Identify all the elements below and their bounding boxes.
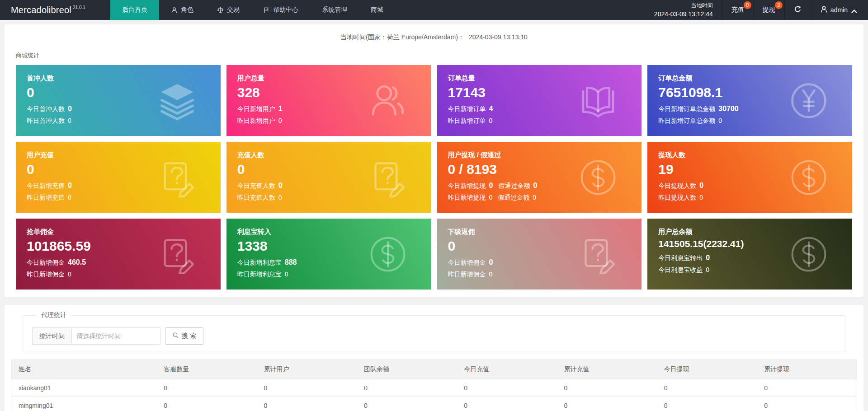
user-menu[interactable]: admin	[811, 0, 868, 20]
stat-card-total-order-amount: 订单总金额 7651098.1 今日新增订单总金额30700昨日新增订单总金额0	[647, 65, 852, 136]
table-row: xiaokang010000000	[11, 379, 857, 397]
brand-logo[interactable]: Mercadolibreol 21.0.1	[0, 0, 110, 20]
stat-card-total-users: 用户总量 328 今日新增用户1昨日新增用户0	[226, 65, 431, 136]
table-cell: 0	[257, 397, 357, 411]
menu-item-trade[interactable]: 交易	[205, 0, 251, 20]
subline-value: 0	[718, 117, 722, 124]
subline-value: 0	[278, 182, 283, 189]
subline-value: 1	[278, 105, 283, 112]
subline-label: 昨日新增利息宝	[237, 271, 282, 278]
stats-panel: 当地时间(国家：荷兰 Europe/Amsterdam)：2024-03-09 …	[5, 24, 863, 297]
subline-label: 昨日新增订单总金额	[658, 117, 715, 124]
subline-label: 今日新增佣金	[27, 259, 65, 266]
agent-section-title: 代理统计	[37, 311, 71, 319]
subline-value: 0	[489, 194, 493, 201]
search-button-label: 搜 索	[182, 332, 196, 340]
dollar-circle-icon	[368, 234, 408, 274]
navbar-local-time: 当地时间 2024-03-09 13:12:44	[645, 0, 722, 20]
table-column-header: 累计充值	[557, 360, 657, 379]
local-time-line-label: 当地时间(国家：荷兰 Europe/Amsterdam)：	[340, 33, 464, 41]
agent-panel: 代理统计 统计时间 搜 索 姓名客服数量累计用户团队余额今日充值累计充值今日提现…	[5, 305, 863, 411]
subline-label: 昨日提现人数	[658, 194, 696, 201]
menu-item-system[interactable]: 系统管理	[310, 0, 359, 20]
user-icon	[820, 5, 828, 14]
subline-label: 昨日新增订单	[448, 117, 486, 124]
recharge-badge: 0	[744, 1, 751, 9]
table-column-header: 客服数量	[156, 360, 256, 379]
stat-card-withdraw-users: 提现人数 19 今日提现人数0昨日提现人数0	[647, 142, 852, 213]
subline-value: 0	[278, 117, 282, 124]
subline-label: 昨日首冲人数	[27, 117, 65, 124]
stat-card-recharge-users: 充值人数 0 今日充值人数0昨日充值人数0	[226, 142, 431, 213]
withdraw-nav-button[interactable]: 提现 3	[753, 0, 784, 20]
menu-item-home[interactable]: 后台首页	[110, 0, 159, 20]
subline-value: 0	[706, 266, 709, 273]
subline-value: 0	[699, 194, 703, 201]
subline-label: 今日新增提现	[448, 182, 486, 189]
menu-item-mall[interactable]: 商城	[359, 0, 395, 20]
subline-label: 昨日新增佣金	[27, 271, 65, 278]
local-time-line-value: 2024-03-09 13:13:10	[469, 33, 528, 41]
subline-value: 0	[699, 182, 703, 189]
table-column-header: 今日充值	[457, 360, 557, 379]
stat-time-label: 统计时间	[32, 327, 72, 345]
dollar-circle-icon	[789, 158, 829, 197]
search-button[interactable]: 搜 索	[165, 327, 203, 345]
table-cell: 0	[457, 379, 557, 397]
subline-label: 昨日新增充值	[27, 194, 65, 201]
menu-item-help-center[interactable]: 帮助中心	[251, 0, 310, 20]
menu-item-label: 角色	[181, 6, 193, 14]
table-cell: mingming01	[11, 397, 157, 411]
local-time-header: 当地时间(国家：荷兰 Europe/Amsterdam)：2024-03-09 …	[16, 24, 852, 42]
menu-item-label: 交易	[227, 6, 240, 14]
yen-circle-icon	[789, 81, 829, 121]
recharge-nav-button[interactable]: 充值 0	[722, 0, 753, 20]
subline-label: 今日新增用户	[237, 105, 275, 112]
table-cell: 0	[257, 379, 357, 397]
stats-section-title: 商城统计	[16, 51, 852, 60]
subline-value: 0	[278, 194, 282, 201]
chevron-up-icon	[850, 8, 855, 13]
subline-label: 今日新增订单总金额	[658, 105, 715, 112]
table-cell: 0	[357, 379, 457, 397]
brand-name: Mercadolibreol	[11, 5, 71, 15]
subline-value: 888	[285, 258, 297, 266]
table-cell: 0	[757, 397, 857, 411]
stat-time-input[interactable]	[72, 327, 160, 345]
subline-value: 0	[68, 271, 71, 278]
menu-item-label: 商城	[371, 6, 383, 14]
subline-label: 今日利息宝转出	[658, 254, 703, 262]
table-cell: xiaokang01	[11, 379, 157, 397]
subline-label: 今日新增订单	[448, 105, 486, 112]
agent-table: 姓名客服数量累计用户团队余额今日充值累计充值今日提现累计提现 xiaokang0…	[11, 360, 857, 411]
stat-card-interest-treasure-in: 利息宝转入 1338 今日新增利息宝888昨日新增利息宝0	[226, 219, 431, 290]
stat-card-total-orders: 订单总量 17143 今日新增订单4昨日新增订单0	[437, 65, 642, 136]
table-cell: 0	[757, 379, 857, 397]
table-cell: 0	[357, 397, 457, 411]
document-edit-icon	[157, 234, 197, 274]
table-column-header: 累计用户	[257, 360, 357, 379]
refresh-button[interactable]	[784, 0, 811, 20]
agent-search-form: 统计时间 搜 索	[32, 327, 836, 345]
subline-label: 昨日新增佣金	[448, 271, 486, 278]
subline-value: 0	[68, 194, 71, 201]
subline-label: 今日首冲人数	[27, 105, 65, 112]
search-icon	[172, 332, 179, 340]
subline-value: 0	[68, 117, 71, 124]
table-column-header: 今日提现	[657, 360, 757, 379]
subline-label: 今日新增利息宝	[237, 259, 282, 266]
dollar-circle-icon	[578, 158, 618, 197]
table-row: mingming010000000	[11, 397, 857, 411]
table-header-row: 姓名客服数量累计用户团队余额今日充值累计充值今日提现累计提现	[11, 360, 857, 379]
menu-item-roles[interactable]: 角色	[159, 0, 205, 20]
scales-icon	[217, 7, 224, 14]
local-time-label: 当地时间	[691, 1, 713, 9]
menu-item-label: 帮助中心	[273, 6, 298, 14]
book-icon	[578, 81, 618, 121]
table-cell: 0	[457, 397, 557, 411]
subline-value: 0	[489, 117, 493, 124]
brand-version: 21.0.1	[73, 5, 85, 10]
navbar: Mercadolibreol 21.0.1 后台首页角色交易帮助中心系统管理商城…	[0, 0, 868, 20]
subline-value: 0	[533, 194, 536, 201]
table-body: xiaokang010000000mingming010000000	[11, 379, 857, 411]
